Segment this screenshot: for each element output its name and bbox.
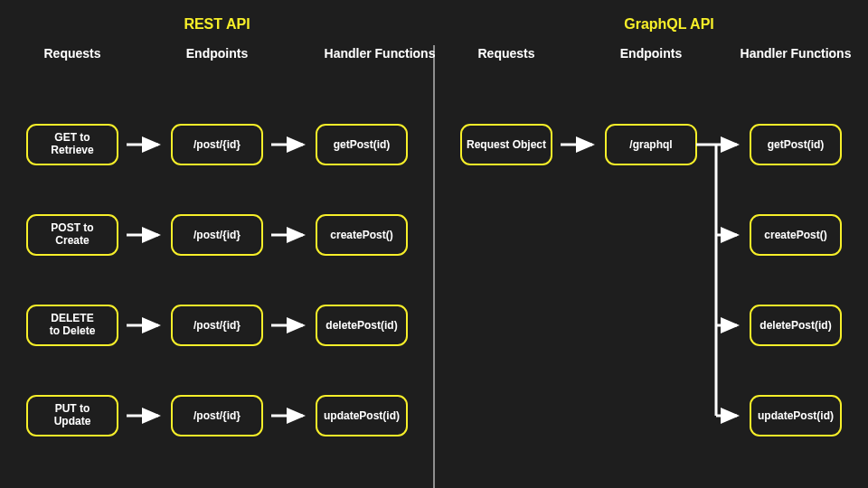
gql-col-handlers: Handler Functions <box>741 46 852 61</box>
rest-endpoint-text: /post/{id} <box>193 229 241 241</box>
gql-handler-text: deletePost(id) <box>760 319 831 332</box>
rest-request-text: DELETE <box>51 312 93 324</box>
gql-col-endpoints: Endpoints <box>620 46 683 61</box>
rest-col-requests: Requests <box>43 46 100 61</box>
rest-request-text: GET to <box>54 131 90 144</box>
rest-col-handlers: Handler Functions <box>325 46 436 61</box>
gql-handler-text: updatePost(id) <box>758 409 834 422</box>
gql-request-text: Request Object <box>467 138 546 151</box>
rest-handler-text: deletePost(id) <box>326 319 397 332</box>
rest-handler-text: updatePost(id) <box>324 409 400 422</box>
gql-handler-text: getPost(id) <box>768 138 825 151</box>
rest-request-text: POST to <box>51 221 93 234</box>
gql-col-requests: Requests <box>477 46 534 61</box>
rest-title: REST API <box>184 16 250 32</box>
rest-endpoint-text: /post/{id} <box>193 319 241 332</box>
rest-handler-text: getPost(id) <box>334 138 391 151</box>
rest-request-text: Update <box>54 415 91 427</box>
gql-handler-text: createPost() <box>764 229 826 241</box>
rest-request-text: PUT to <box>55 402 90 415</box>
rest-handler-text: createPost() <box>330 229 392 241</box>
rest-endpoint-text: /post/{id} <box>193 138 241 151</box>
graphql-title: GraphQL API <box>624 16 714 32</box>
rest-col-endpoints: Endpoints <box>186 46 249 61</box>
rest-endpoint-text: /post/{id} <box>193 409 241 422</box>
rest-request-text: Retrieve <box>51 144 94 156</box>
rest-request-text: to Delete <box>50 324 96 337</box>
rest-request-text: Create <box>55 234 90 247</box>
gql-endpoint-text: /graphql <box>629 138 672 151</box>
